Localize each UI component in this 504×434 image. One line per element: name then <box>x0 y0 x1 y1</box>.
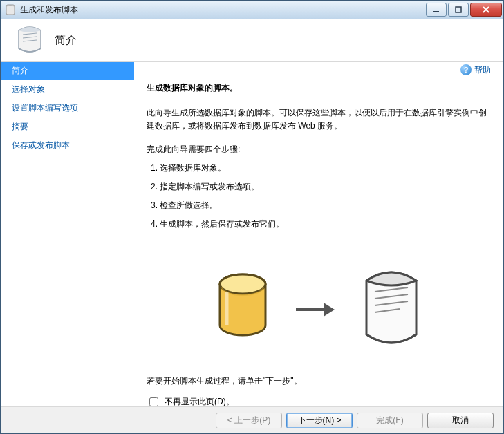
wizard-body: 简介 选择对象 设置脚本编写选项 摘要 保存或发布脚本 ? 帮助 生成数据库对象… <box>1 62 503 406</box>
app-icon <box>5 4 16 15</box>
sidebar-item-intro[interactable]: 简介 <box>1 62 134 80</box>
help-label: 帮助 <box>474 64 491 76</box>
window-title: 生成和发布脚本 <box>20 4 424 16</box>
maximize-button[interactable] <box>448 3 469 17</box>
scroll-icon <box>15 25 45 55</box>
content-description: 此向导生成所选数据库对象的脚本。可以保存这些脚本，以便以后用于在数据库引擎实例中… <box>147 106 491 133</box>
svg-rect-2 <box>456 7 461 12</box>
content-pane: ? 帮助 生成数据库对象的脚本。 此向导生成所选数据库对象的脚本。可以保存这些脚… <box>134 62 503 406</box>
sidebar-item-choose-objects[interactable]: 选择对象 <box>1 80 134 99</box>
svg-point-7 <box>220 274 265 294</box>
dont-show-checkbox[interactable] <box>149 397 158 406</box>
database-icon <box>212 272 274 348</box>
wizard-window: 生成和发布脚本 简介 简介 选择对象 设置脚本编写选项 <box>0 0 504 434</box>
step-item: 1. 选择数据库对象。 <box>151 162 491 174</box>
svg-rect-0 <box>6 5 15 15</box>
step-item: 3. 检查所做选择。 <box>151 200 491 211</box>
steps-list: 1. 选择数据库对象。 2. 指定脚本编写或发布选项。 3. 检查所做选择。 4… <box>151 162 491 230</box>
titlebar: 生成和发布脚本 <box>1 1 503 19</box>
illustration <box>147 265 491 355</box>
back-button: < 上一步(P) <box>216 413 282 428</box>
close-button[interactable] <box>470 3 502 17</box>
window-buttons <box>424 3 502 17</box>
sidebar-item-set-options[interactable]: 设置脚本编写选项 <box>1 99 134 117</box>
steps-intro: 完成此向导需要四个步骤: <box>147 144 491 155</box>
sidebar: 简介 选择对象 设置脚本编写选项 摘要 保存或发布脚本 <box>1 62 134 406</box>
cancel-button[interactable]: 取消 <box>427 413 494 428</box>
arrow-icon <box>295 299 336 320</box>
instruction-text: 若要开始脚本生成过程，请单击"下一步"。 <box>147 375 491 387</box>
footer: < 上一步(P) 下一步(N) > 完成(F) 取消 <box>1 406 503 433</box>
header: 简介 <box>1 19 503 61</box>
sidebar-item-summary[interactable]: 摘要 <box>1 117 134 136</box>
svg-rect-1 <box>433 11 439 12</box>
help-icon: ? <box>460 64 472 75</box>
minimize-button[interactable] <box>426 3 447 17</box>
step-item: 2. 指定脚本编写或发布选项。 <box>151 181 491 193</box>
page-title: 简介 <box>55 33 77 48</box>
content-heading: 生成数据库对象的脚本。 <box>147 82 491 94</box>
sidebar-item-save-publish[interactable]: 保存或发布脚本 <box>1 136 134 155</box>
dont-show-row: 不再显示此页(D)。 <box>147 395 491 406</box>
help-link[interactable]: ? 帮助 <box>460 64 491 76</box>
dont-show-label[interactable]: 不再显示此页(D)。 <box>165 396 234 406</box>
script-icon <box>357 268 426 351</box>
finish-button: 完成(F) <box>357 413 423 428</box>
next-button[interactable]: 下一步(N) > <box>286 413 353 428</box>
step-item: 4. 生成脚本，然后保存或发布它们。 <box>151 218 491 230</box>
